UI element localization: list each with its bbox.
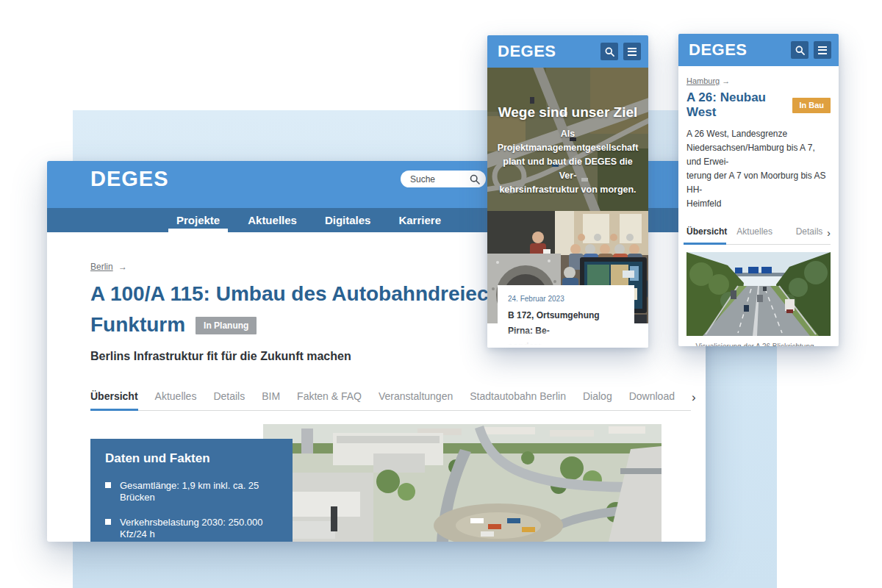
facts-item: Verkehrsbelastung 2030: 250.000 Kfz/24 h xyxy=(105,517,278,540)
tab-aktuelles[interactable]: Aktuelles xyxy=(155,390,197,402)
tab-download[interactable]: Download xyxy=(629,390,675,402)
nav-item-karriere[interactable]: Karriere xyxy=(398,208,441,232)
page-subtitle: Berlins Infrastruktur fit für die Zukunf… xyxy=(90,350,691,363)
facts-title: Daten und Fakten xyxy=(105,451,278,466)
facts-item: Gesamtlänge: 1,9 km inkl. ca. 25 Brücken xyxy=(105,480,278,503)
mobile-header: DEGES xyxy=(678,34,839,66)
facts-list: Gesamtlänge: 1,9 km inkl. ca. 25 Brücken… xyxy=(105,480,278,542)
menu-button[interactable] xyxy=(623,43,641,60)
nav-item-projekte[interactable]: Projekte xyxy=(176,208,220,232)
mobile-project-screenshot: DEGES Hamburg → A 26: Neubau West In Bau… xyxy=(678,34,839,346)
hamburger-icon xyxy=(818,46,827,54)
project-title-row: A 26: Neubau West In Bau xyxy=(686,90,831,120)
tab-bim[interactable]: BIM xyxy=(262,390,280,402)
breadcrumb-link-berlin[interactable]: Berlin xyxy=(90,262,113,272)
mobile-project-body: Hamburg → A 26: Neubau West In Bau A 26 … xyxy=(678,76,839,346)
search-icon xyxy=(470,174,480,184)
menu-button[interactable] xyxy=(814,41,831,59)
project-description: A 26 West, Landesgrenze Niedersachsen/Ha… xyxy=(686,127,831,211)
news-date: 24. Februar 2023 xyxy=(508,295,624,303)
breadcrumb-link-hamburg[interactable]: Hamburg xyxy=(686,76,720,85)
project-tabs: Übersicht Aktuelles Details › xyxy=(686,226,831,245)
composite-stage: DEGES Suche Projekte Aktuelles Digitales… xyxy=(0,0,882,588)
search-button[interactable] xyxy=(791,41,808,59)
facts-box: Daten und Fakten Gesamtlänge: 1,9 km ink… xyxy=(90,439,293,542)
status-badge: In Bau xyxy=(792,98,831,113)
mobile-home-screenshot: DEGES xyxy=(487,35,648,348)
breadcrumb: Hamburg → xyxy=(686,76,831,85)
tabs-scroll-chevron-icon[interactable]: › xyxy=(692,393,696,402)
tab-fakten-faq[interactable]: Fakten & FAQ xyxy=(297,390,362,402)
visualization-image xyxy=(686,252,831,336)
project-title: A 26: Neubau West xyxy=(686,90,785,120)
tab-details[interactable]: Details xyxy=(213,390,245,402)
search-button[interactable] xyxy=(600,43,618,60)
nav-item-aktuelles[interactable]: Aktuelles xyxy=(248,208,297,232)
deges-logo[interactable]: DEGES xyxy=(498,42,595,61)
nav-item-digitales[interactable]: Digitales xyxy=(325,208,371,232)
tab-veranstaltungen[interactable]: Veranstaltungen xyxy=(379,390,453,402)
breadcrumb-arrow-icon: → xyxy=(722,76,730,85)
project-tabs: Übersicht Aktuelles Details BIM Fakten &… xyxy=(90,390,691,411)
tab-uebersicht[interactable]: Übersicht xyxy=(686,226,732,237)
caption-text: Visualisierung der A 26 Blickrichtung St… xyxy=(686,343,823,346)
deges-logo[interactable]: DEGES xyxy=(689,40,786,60)
search-placeholder: Suche xyxy=(410,174,470,184)
tab-dialog[interactable]: Dialog xyxy=(583,390,612,402)
news-headline[interactable]: B 172, Ortsumgehung Pirna: Be- sondere B… xyxy=(508,308,624,348)
breadcrumb-arrow-icon: → xyxy=(118,262,127,272)
status-badge: In Planung xyxy=(196,317,257,334)
tab-details[interactable]: Details xyxy=(778,226,828,237)
tab-aktuelles[interactable]: Aktuelles xyxy=(732,226,778,237)
search-input[interactable]: Suche xyxy=(401,171,486,187)
hero-text-block: Wege sind unser Ziel Als Projektmanageme… xyxy=(487,104,648,197)
tab-stadtautobahn-berlin[interactable]: Stadtautobahn Berlin xyxy=(470,390,566,402)
news-teaser-card[interactable]: 24. Februar 2023 B 172, Ortsumgehung Pir… xyxy=(498,285,634,348)
aerial-photo-funkturm xyxy=(263,424,662,542)
mobile-header: DEGES xyxy=(487,35,648,68)
search-icon xyxy=(605,47,614,57)
hero-subtitle: Als Projektmanagementgesellschaft plant … xyxy=(493,127,642,197)
tab-uebersicht[interactable]: Übersicht xyxy=(90,390,138,402)
search-icon xyxy=(795,46,805,55)
tabs-scroll-chevron-icon[interactable]: › xyxy=(827,229,831,237)
hero-title: Wege sind unser Ziel xyxy=(493,104,642,121)
hero-section: Wege sind unser Ziel Als Projektmanageme… xyxy=(487,68,648,211)
hamburger-icon xyxy=(628,48,637,56)
image-caption: Visualisierung der A 26 Blickrichtung St… xyxy=(686,343,831,346)
deges-logo[interactable]: DEGES xyxy=(90,168,169,190)
